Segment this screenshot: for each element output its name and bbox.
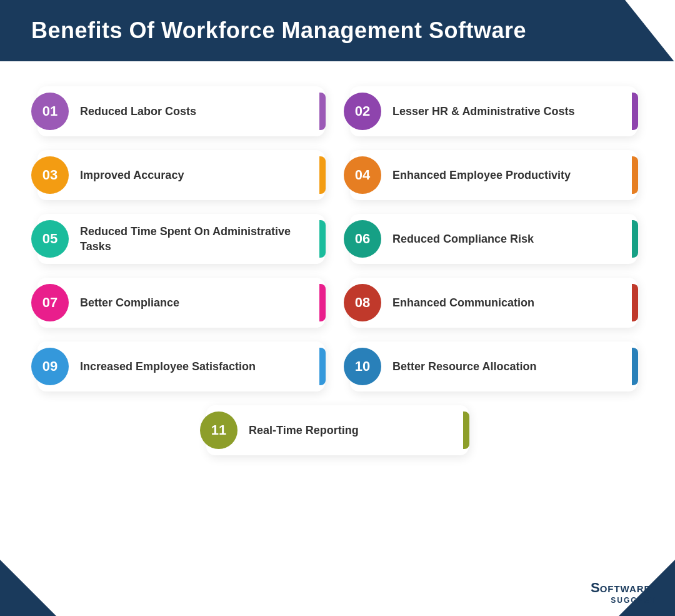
logo-s: S	[591, 580, 600, 595]
benefit-accent-02	[632, 93, 638, 130]
corner-decoration-left	[0, 560, 56, 616]
benefit-accent-03	[319, 156, 326, 194]
benefits-grid: 01Reduced Labor Costs02Lesser HR & Admin…	[38, 86, 638, 391]
benefit-accent-04	[632, 156, 638, 194]
benefit-accent-11	[463, 412, 469, 449]
benefit-card-08: 08Enhanced Communication	[350, 278, 638, 328]
benefit-accent-01	[319, 93, 326, 130]
center-row: 11Real-Time Reporting	[38, 405, 638, 455]
benefit-card-09: 09Increased Employee Satisfaction	[38, 341, 325, 391]
benefit-number-11: 11	[200, 412, 238, 449]
benefit-card-06: 06Reduced Compliance Risk	[350, 214, 638, 264]
benefit-text-10: Better Resource Allocation	[381, 350, 632, 383]
benefit-number-07: 07	[31, 284, 69, 321]
logo-text: Software®	[591, 580, 656, 596]
logo-main: oftware®	[600, 583, 656, 594]
benefit-card-05: 05Reduced Time Spent On Administrative T…	[38, 214, 325, 264]
benefit-card-02: 02Lesser HR & Administrative Costs	[350, 86, 638, 136]
benefit-accent-08	[632, 284, 638, 321]
main-content: 01Reduced Labor Costs02Lesser HR & Admin…	[0, 61, 675, 474]
benefit-card-03: 03Improved Accuracy	[38, 150, 325, 200]
benefit-accent-06	[632, 220, 638, 258]
logo-area: Software® Suggest	[591, 580, 656, 605]
benefit-text-06: Reduced Compliance Risk	[381, 223, 632, 255]
benefit-number-03: 03	[31, 156, 69, 194]
benefit-text-04: Enhanced Employee Productivity	[381, 159, 632, 191]
benefit-card-01: 01Reduced Labor Costs	[38, 86, 325, 136]
benefit-card-11: 11Real-Time Reporting	[206, 405, 469, 455]
benefit-text-08: Enhanced Communication	[381, 286, 632, 319]
benefit-number-04: 04	[344, 156, 381, 194]
benefit-text-01: Reduced Labor Costs	[69, 95, 319, 128]
benefit-accent-05	[319, 220, 326, 258]
benefit-number-02: 02	[344, 93, 381, 130]
benefit-number-01: 01	[31, 93, 69, 130]
benefit-number-08: 08	[344, 284, 381, 321]
benefit-text-05: Reduced Time Spent On Administrative Tas…	[69, 215, 319, 263]
benefit-text-11: Real-Time Reporting	[238, 414, 463, 447]
benefit-card-10: 10Better Resource Allocation	[350, 341, 638, 391]
benefit-text-07: Better Compliance	[69, 286, 319, 319]
header-banner: Benefits Of Workforce Management Softwar…	[0, 0, 675, 61]
benefit-number-05: 05	[31, 220, 69, 258]
benefit-card-07: 07Better Compliance	[38, 278, 325, 328]
benefit-text-02: Lesser HR & Administrative Costs	[381, 95, 632, 128]
logo-sub: Suggest	[591, 596, 656, 605]
benefit-number-06: 06	[344, 220, 381, 258]
benefit-text-03: Improved Accuracy	[69, 159, 319, 191]
benefit-accent-07	[319, 284, 326, 321]
benefit-text-09: Increased Employee Satisfaction	[69, 350, 319, 383]
benefit-accent-09	[319, 348, 326, 385]
benefit-number-09: 09	[31, 348, 69, 385]
benefit-number-10: 10	[344, 348, 381, 385]
benefit-card-04: 04Enhanced Employee Productivity	[350, 150, 638, 200]
page-title: Benefits Of Workforce Management Softwar…	[31, 18, 526, 44]
benefit-accent-10	[632, 348, 638, 385]
